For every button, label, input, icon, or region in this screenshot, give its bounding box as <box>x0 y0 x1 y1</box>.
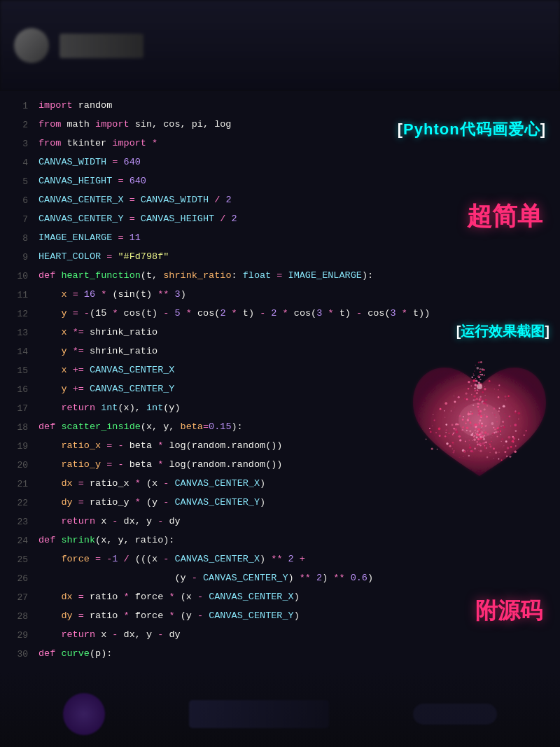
line-number: 15 <box>0 363 38 379</box>
line-content: x = 16 * (sin(t) ** 3) <box>38 287 560 303</box>
line-content: dx = ratio * force * (x - CANVAS_CENTER_… <box>38 589 560 606</box>
code-line: 22 dy = ratio_y * (y - CANVAS_CENTER_Y) <box>0 495 560 514</box>
line-content: x *= shrink_ratio <box>38 325 560 341</box>
code-line: 30def curve(p): <box>0 646 560 665</box>
code-line: 3from tkinter import * <box>0 136 560 155</box>
code-line: 4CANVAS_WIDTH = 640 <box>0 155 560 174</box>
code-line: 10def heart_function(t, shrink_ratio: fl… <box>0 268 560 287</box>
code-line: 6CANVAS_CENTER_X = CANVAS_WIDTH / 2 <box>0 193 560 211</box>
line-number: 13 <box>0 325 38 341</box>
line-content: return x - dx, y - dy <box>38 627 560 643</box>
code-line: 7CANVAS_CENTER_Y = CANVAS_HEIGHT / 2 <box>0 211 560 230</box>
bottom-pill <box>413 704 497 725</box>
code-line: 14 y *= shrink_ratio <box>0 344 560 363</box>
line-number: 24 <box>0 533 38 549</box>
line-number: 9 <box>0 249 38 265</box>
line-content: y += CANVAS_CENTER_Y <box>38 382 560 398</box>
code-line: 23 return x - dx, y - dy <box>0 514 560 533</box>
line-number: 20 <box>0 457 38 473</box>
code-line: 9HEART_COLOR = "#Fd798f" <box>0 249 560 268</box>
code-line: 13 x *= shrink_ratio <box>0 325 560 344</box>
line-content: CANVAS_WIDTH = 640 <box>38 155 560 171</box>
code-line: 16 y += CANVAS_CENTER_Y <box>0 382 560 400</box>
code-block: 1import random2from math import sin, cos… <box>0 98 560 665</box>
code-line: 1import random <box>0 98 560 117</box>
line-content: IMAGE_ENLARGE = 11 <box>38 230 560 246</box>
line-number: 29 <box>0 627 38 643</box>
line-number: 17 <box>0 400 38 417</box>
code-line: 8IMAGE_ENLARGE = 11 <box>0 230 560 249</box>
line-number: 16 <box>0 382 38 398</box>
code-line: 26 (y - CANVAS_CENTER_Y) ** 2) ** 0.6) <box>0 571 560 589</box>
line-content: def curve(p): <box>38 646 560 662</box>
code-line: 24def shrink(x, y, ratio): <box>0 533 560 552</box>
line-content: return int(x), int(y) <box>38 400 560 417</box>
line-number: 6 <box>0 193 38 209</box>
line-content: def scatter_inside(x, y, beta=0.15): <box>38 419 560 435</box>
bottom-area <box>0 672 560 747</box>
line-content: HEART_COLOR = "#Fd798f" <box>38 249 560 265</box>
line-content: CANVAS_HEIGHT = 640 <box>38 174 560 190</box>
line-content: dx = ratio_x * (x - CANVAS_CENTER_X) <box>38 476 560 492</box>
line-number: 7 <box>0 211 38 228</box>
line-number: 3 <box>0 136 38 152</box>
code-line: 15 x += CANVAS_CENTER_X <box>0 363 560 382</box>
line-content: from math import sin, cos, pi, log <box>38 117 560 133</box>
line-content: return x - dx, y - dy <box>38 514 560 530</box>
line-number: 4 <box>0 155 38 171</box>
top-bar <box>0 0 560 91</box>
line-number: 5 <box>0 174 38 190</box>
code-line: 25 force = -1 / (((x - CANVAS_CENTER_X) … <box>0 552 560 571</box>
line-number: 11 <box>0 287 38 303</box>
line-content: ratio_x = - beta * log(random.random()) <box>38 438 560 454</box>
line-content: x += CANVAS_CENTER_X <box>38 363 560 379</box>
line-content: def shrink(x, y, ratio): <box>38 533 560 549</box>
line-content: (y - CANVAS_CENTER_Y) ** 2) ** 0.6) <box>38 571 560 587</box>
line-content: ratio_y = - beta * log(random.random()) <box>38 457 560 473</box>
code-line: 21 dx = ratio_x * (x - CANVAS_CENTER_X) <box>0 476 560 495</box>
line-number: 28 <box>0 608 38 624</box>
line-number: 1 <box>0 98 38 114</box>
code-line: 18def scatter_inside(x, y, beta=0.15): <box>0 419 560 438</box>
code-line: 2from math import sin, cos, pi, log <box>0 117 560 136</box>
line-number: 27 <box>0 589 38 606</box>
bottom-blur <box>0 672 560 747</box>
line-number: 30 <box>0 646 38 662</box>
line-number: 21 <box>0 476 38 492</box>
code-line: 17 return int(x), int(y) <box>0 400 560 419</box>
code-line: 27 dx = ratio * force * (x - CANVAS_CENT… <box>0 589 560 608</box>
line-number: 25 <box>0 552 38 568</box>
code-line: 20 ratio_y = - beta * log(random.random(… <box>0 457 560 476</box>
code-line: 5CANVAS_HEIGHT = 640 <box>0 174 560 193</box>
code-line: 19 ratio_x = - beta * log(random.random(… <box>0 438 560 457</box>
line-number: 12 <box>0 306 38 322</box>
line-number: 14 <box>0 344 38 360</box>
line-content: from tkinter import * <box>38 136 560 152</box>
line-content: CANVAS_CENTER_X = CANVAS_WIDTH / 2 <box>38 193 560 209</box>
line-content: dy = ratio * force * (y - CANVAS_CENTER_… <box>38 608 560 624</box>
code-line: 11 x = 16 * (sin(t) ** 3) <box>0 287 560 306</box>
code-line: 12 y = -(15 * cos(t) - 5 * cos(2 * t) - … <box>0 306 560 325</box>
line-number: 26 <box>0 571 38 587</box>
line-content: y = -(15 * cos(t) - 5 * cos(2 * t) - 2 *… <box>38 306 560 322</box>
bottom-circle <box>63 693 105 735</box>
line-number: 18 <box>0 419 38 435</box>
line-number: 10 <box>0 268 38 284</box>
line-number: 22 <box>0 495 38 511</box>
bottom-rect <box>189 700 329 728</box>
line-content: force = -1 / (((x - CANVAS_CENTER_X) ** … <box>38 552 560 568</box>
line-content: y *= shrink_ratio <box>38 344 560 360</box>
line-content: CANVAS_CENTER_Y = CANVAS_HEIGHT / 2 <box>38 211 560 228</box>
code-line: 28 dy = ratio * force * (y - CANVAS_CENT… <box>0 608 560 627</box>
line-number: 19 <box>0 438 38 454</box>
user-info <box>59 34 144 58</box>
line-number: 8 <box>0 230 38 246</box>
line-number: 23 <box>0 514 38 530</box>
line-content: def heart_function(t, shrink_ratio: floa… <box>38 268 560 284</box>
avatar <box>14 28 49 63</box>
code-line: 29 return x - dx, y - dy <box>0 627 560 646</box>
line-number: 2 <box>0 117 38 133</box>
line-content: import random <box>38 98 560 114</box>
line-content: dy = ratio_y * (y - CANVAS_CENTER_Y) <box>38 495 560 511</box>
main-content: 1import random2from math import sin, cos… <box>0 91 560 672</box>
